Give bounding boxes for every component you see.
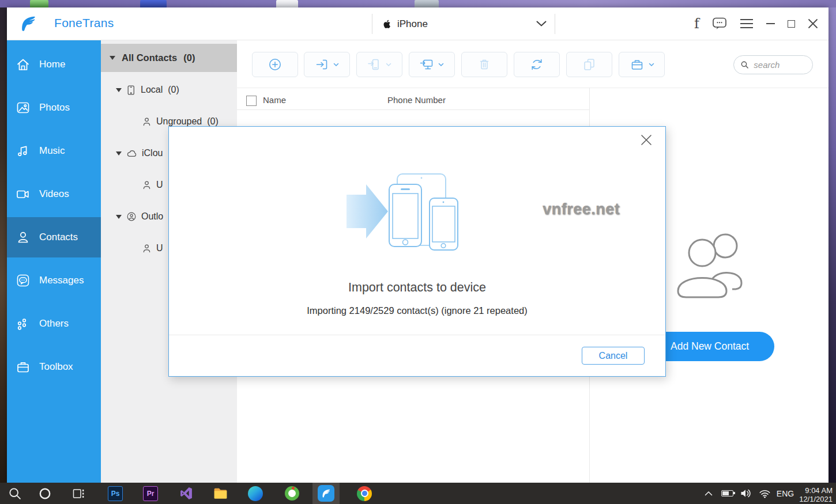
taskbar-photoshop[interactable]: Ps: [106, 483, 125, 504]
close-button[interactable]: [808, 18, 818, 29]
sidebar-item-photos[interactable]: Photos: [7, 86, 101, 129]
column-name[interactable]: Name: [263, 95, 286, 105]
import-icon: [315, 57, 329, 72]
export-to-pc-button[interactable]: [409, 52, 455, 77]
column-phone-number[interactable]: Phone Number: [387, 95, 446, 105]
toolbox-button[interactable]: [619, 52, 665, 77]
tray-language[interactable]: ENG: [774, 483, 797, 504]
taskbar-file-explorer[interactable]: [211, 483, 229, 504]
visual-studio-icon: [179, 486, 193, 501]
collapse-triangle-icon[interactable]: [116, 215, 122, 219]
tray-volume[interactable]: [737, 483, 755, 504]
search-input[interactable]: [752, 59, 805, 70]
cortana-button[interactable]: [36, 483, 54, 504]
taskbar-premiere[interactable]: Pr: [141, 483, 160, 504]
feedback-icon[interactable]: [712, 17, 727, 31]
header-divider: [237, 109, 589, 110]
group-outlook-sub[interactable]: U: [142, 238, 163, 258]
tray-network[interactable]: [756, 483, 773, 504]
add-contact-button[interactable]: [252, 52, 298, 77]
desktop-icon-fragment: [30, 0, 48, 7]
trash-icon: [477, 57, 492, 72]
sidebar-item-contacts[interactable]: Contacts: [7, 217, 101, 257]
watermark: vnfree.net: [543, 200, 646, 218]
desktop-edge-right: [829, 7, 836, 483]
tray-battery[interactable]: [718, 483, 736, 504]
deduplicate-button[interactable]: [566, 52, 612, 77]
collapse-triangle-icon[interactable]: [116, 88, 122, 92]
export-to-pc-icon: [420, 57, 434, 72]
chevron-down-icon: [438, 63, 444, 67]
device-selector[interactable]: iPhone: [372, 14, 555, 34]
collapse-triangle-icon[interactable]: [110, 56, 115, 60]
toolbar-divider: [237, 88, 829, 88]
group-local[interactable]: Local (0): [116, 80, 179, 100]
fonetrans-icon: [318, 485, 334, 502]
tray-clock[interactable]: 9:04 AM 12/1/2021: [798, 483, 833, 504]
sidebar-item-home[interactable]: Home: [7, 43, 101, 86]
titlebar: FoneTrans iPhone f: [7, 7, 829, 40]
import-progress-dialog: vnfree.net Import contacts to device Imp…: [168, 126, 666, 377]
group-icloud[interactable]: iClou: [116, 143, 168, 163]
group-outlook[interactable]: Outlo: [116, 207, 163, 226]
phone-icon: [127, 85, 135, 95]
dialog-title: Import contacts to device: [169, 281, 665, 295]
delete-button[interactable]: [461, 52, 507, 77]
chevron-down-icon: [649, 63, 654, 67]
contacts-placeholder-icon: [669, 228, 755, 304]
refresh-button[interactable]: [514, 52, 560, 77]
import-button[interactable]: [304, 52, 350, 77]
add-icon: [268, 57, 283, 72]
person-circle-icon: [127, 212, 136, 221]
facebook-icon[interactable]: f: [694, 16, 699, 32]
music-icon: [16, 143, 31, 158]
device-name: iPhone: [397, 18, 428, 30]
tray-time: 9:04 AM: [805, 486, 833, 495]
search-icon: [741, 60, 748, 70]
taskbar-fonetrans-active[interactable]: [312, 483, 340, 504]
search-box[interactable]: [733, 55, 813, 74]
transfer-to-devices-illustration: [347, 172, 462, 252]
taskbar-coccoc[interactable]: [283, 483, 301, 504]
chrome-icon: [357, 486, 372, 501]
chevron-down-icon: [536, 21, 547, 27]
dialog-footer-divider: [169, 335, 665, 335]
sidebar-item-others[interactable]: Others: [7, 302, 101, 345]
search-icon: [9, 487, 21, 500]
cancel-button[interactable]: Cancel: [582, 347, 645, 365]
task-view-button[interactable]: [69, 483, 88, 504]
dialog-close-button[interactable]: [639, 132, 654, 147]
taskbar-visual-studio[interactable]: [176, 483, 195, 504]
taskbar-chrome[interactable]: [355, 483, 374, 504]
taskbar-search-button[interactable]: [6, 483, 24, 504]
tray-show-hidden-icons[interactable]: [701, 483, 716, 504]
collapse-triangle-icon[interactable]: [116, 151, 122, 156]
photos-icon: [16, 100, 31, 115]
file-explorer-icon: [213, 487, 228, 500]
person-icon: [142, 180, 151, 190]
group-all-contacts[interactable]: All Contacts (0): [101, 44, 237, 72]
sidebar-item-videos[interactable]: Videos: [7, 172, 101, 215]
coccoc-icon: [285, 486, 299, 501]
select-all-checkbox[interactable]: [246, 96, 257, 106]
taskbar-edge[interactable]: [246, 483, 265, 504]
group-icloud-sub[interactable]: U: [142, 175, 163, 195]
sidebar-item-messages[interactable]: Messages: [7, 259, 101, 302]
chevron-down-icon: [386, 63, 391, 67]
chevron-up-icon: [705, 491, 713, 496]
refresh-icon: [529, 57, 544, 72]
others-icon: [16, 316, 31, 331]
toolbox-icon: [630, 57, 645, 72]
contacts-icon: [16, 230, 31, 245]
sidebar-item-music[interactable]: Music: [7, 129, 101, 172]
copy-icon: [582, 57, 597, 72]
sidebar-item-toolbox[interactable]: Toolbox: [7, 345, 101, 388]
app-title: FoneTrans: [54, 16, 114, 30]
export-to-device-button[interactable]: [356, 52, 402, 77]
minimize-button[interactable]: [766, 23, 775, 24]
maximize-button[interactable]: [788, 20, 795, 28]
menu-icon[interactable]: [740, 18, 754, 29]
home-icon: [16, 57, 31, 72]
desktop-icon-fragment: [276, 0, 298, 7]
tray-date: 12/1/2021: [799, 495, 833, 503]
